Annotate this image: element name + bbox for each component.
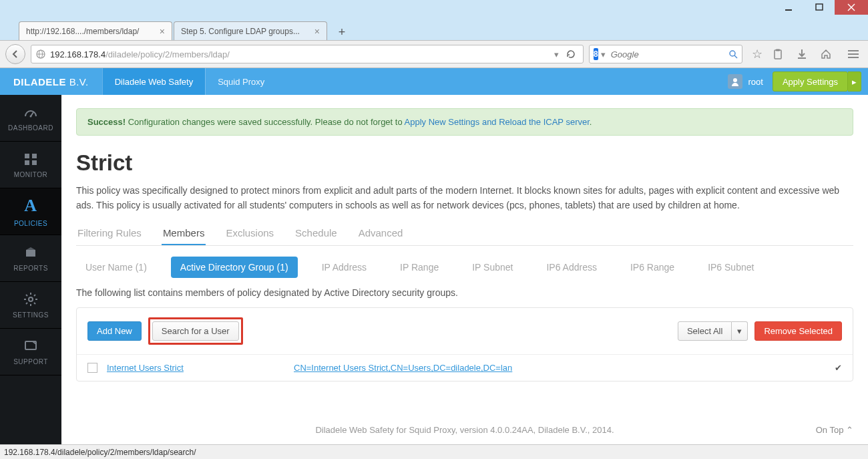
tab-close-icon[interactable]: × bbox=[153, 26, 165, 37]
page-description: This policy was specifically designed to… bbox=[76, 184, 853, 212]
row-name-link[interactable]: Internet Users Strict bbox=[107, 363, 294, 373]
user-name: root bbox=[748, 77, 763, 87]
svg-rect-17 bbox=[25, 160, 29, 165]
avatar-icon bbox=[728, 74, 742, 89]
table-row: Internet Users Strict CN=Internet Users … bbox=[77, 354, 853, 381]
gear-icon bbox=[23, 291, 39, 307]
svg-rect-9 bbox=[775, 50, 781, 59]
highlight-annotation: Search for a User bbox=[148, 317, 243, 345]
close-button[interactable] bbox=[835, 0, 868, 15]
sidebar-item-policies[interactable]: A POLICIES bbox=[0, 188, 61, 235]
check-icon: ✔ bbox=[835, 363, 842, 373]
pill-ip-subnet[interactable]: IP Subnet bbox=[463, 257, 522, 278]
primary-tabs: Filtering Rules Members Exclusions Sched… bbox=[76, 222, 853, 246]
url-text: 192.168.178.4/diladele/policy/2/members/… bbox=[50, 49, 550, 59]
minimize-button[interactable] bbox=[773, 0, 804, 15]
reports-icon bbox=[23, 245, 39, 261]
members-panel: Add New Search for a User Select All ▾ R… bbox=[76, 307, 853, 381]
pill-ad-group[interactable]: Active Directory Group (1) bbox=[171, 257, 298, 278]
globe-icon bbox=[35, 49, 46, 59]
search-input[interactable] bbox=[607, 49, 728, 59]
search-engine-icon: 8 bbox=[594, 48, 598, 60]
sidebar: DASHBOARD MONITOR A POLICIES REPORTS SET… bbox=[0, 95, 61, 459]
search-user-button[interactable]: Search for a User bbox=[152, 321, 239, 341]
sidebar-item-settings[interactable]: SETTINGS bbox=[0, 282, 61, 329]
pill-user-name[interactable]: User Name (1) bbox=[76, 257, 156, 278]
pill-ip-range[interactable]: IP Range bbox=[391, 257, 448, 278]
svg-line-8 bbox=[734, 55, 737, 58]
download-icon[interactable] bbox=[796, 48, 815, 60]
apply-settings-button[interactable]: Apply Settings bbox=[773, 71, 848, 92]
browser-tabstrip: http://192.168..../members/ldap/ × Step … bbox=[0, 19, 868, 40]
add-new-button[interactable]: Add New bbox=[87, 321, 142, 341]
select-all-group: Select All ▾ bbox=[678, 321, 748, 341]
topnav-item-squidproxy[interactable]: Squid Proxy bbox=[205, 68, 276, 95]
browser-tab[interactable]: Step 5. Configure LDAP groups... × bbox=[174, 21, 327, 40]
row-checkbox[interactable] bbox=[87, 363, 97, 373]
url-bar[interactable]: 192.168.178.4/diladele/policy/2/members/… bbox=[31, 45, 584, 63]
new-tab-button[interactable]: + bbox=[333, 24, 351, 40]
svg-rect-16 bbox=[32, 154, 37, 158]
svg-rect-18 bbox=[32, 160, 37, 165]
tab-schedule[interactable]: Schedule bbox=[294, 222, 339, 245]
page-title: Strict bbox=[76, 150, 853, 176]
url-dropdown-icon[interactable]: ▾ bbox=[550, 49, 563, 59]
remove-selected-button[interactable]: Remove Selected bbox=[754, 321, 842, 341]
sidebar-item-monitor[interactable]: MONITOR bbox=[0, 142, 61, 188]
menu-icon[interactable] bbox=[844, 50, 863, 58]
home-icon[interactable] bbox=[820, 48, 839, 60]
secondary-tabs: User Name (1) Active Directory Group (1)… bbox=[76, 257, 853, 278]
panel-toolbar: Add New Search for a User Select All ▾ R… bbox=[77, 308, 853, 354]
select-all-caret[interactable]: ▾ bbox=[732, 321, 748, 341]
svg-rect-15 bbox=[25, 154, 29, 158]
alert-link[interactable]: Apply New Settings and Reload the ICAP s… bbox=[405, 117, 590, 127]
clipboard-icon[interactable] bbox=[772, 48, 791, 60]
row-dn-link[interactable]: CN=Internet Users Strict,CN=Users,DC=dil… bbox=[294, 363, 835, 373]
on-top-link[interactable]: On Top ⌃ bbox=[816, 425, 853, 435]
tab-members[interactable]: Members bbox=[162, 222, 206, 245]
search-dropdown-icon[interactable]: ▾ bbox=[598, 49, 607, 59]
sidebar-item-support[interactable]: SUPPORT bbox=[0, 329, 61, 375]
pill-ip6-subnet[interactable]: IP6 Subnet bbox=[698, 257, 763, 278]
apply-settings-caret[interactable]: ▸ bbox=[848, 71, 861, 92]
tab-exclusions[interactable]: Exclusions bbox=[224, 222, 275, 245]
tab-title: http://192.168..../members/ldap/ bbox=[26, 27, 139, 36]
window-titlebar bbox=[0, 0, 868, 20]
maximize-button[interactable] bbox=[804, 0, 835, 15]
content: Success! Configuration changes were save… bbox=[61, 95, 868, 459]
tab-filtering-rules[interactable]: Filtering Rules bbox=[76, 222, 143, 245]
pill-ip6-range[interactable]: IP6 Range bbox=[621, 257, 684, 278]
browser-toolbar: 192.168.178.4/diladele/policy/2/members/… bbox=[0, 40, 868, 68]
brand[interactable]: DILADELE B.V. bbox=[0, 76, 102, 88]
select-all-button[interactable]: Select All bbox=[678, 321, 732, 341]
search-icon[interactable] bbox=[728, 49, 738, 59]
support-icon bbox=[23, 338, 39, 354]
policies-icon: A bbox=[24, 196, 37, 216]
bookmark-icon[interactable]: ☆ bbox=[748, 47, 767, 61]
sidebar-item-reports[interactable]: REPORTS bbox=[0, 235, 61, 282]
svg-point-7 bbox=[730, 51, 735, 56]
svg-point-20 bbox=[29, 297, 33, 301]
app-topnav: DILADELE B.V. Diladele Web Safety Squid … bbox=[0, 68, 868, 95]
topnav-item-websafety[interactable]: Diladele Web Safety bbox=[102, 68, 206, 95]
tab-advanced[interactable]: Advanced bbox=[357, 222, 405, 245]
sidebar-item-dashboard[interactable]: DASHBOARD bbox=[0, 95, 61, 142]
back-button[interactable] bbox=[5, 44, 25, 64]
success-alert: Success! Configuration changes were save… bbox=[76, 108, 853, 136]
page-footer: Diladele Web Safety for Squid Proxy, ver… bbox=[61, 416, 868, 444]
svg-line-14 bbox=[31, 112, 33, 116]
svg-point-12 bbox=[733, 78, 737, 82]
tab-close-icon[interactable]: × bbox=[308, 26, 320, 37]
browser-tab-active[interactable]: http://192.168..../members/ldap/ × bbox=[19, 21, 172, 40]
pill-ip6-address[interactable]: IP6 Address bbox=[537, 257, 606, 278]
sub-description: The following list contains members of p… bbox=[76, 287, 853, 298]
svg-rect-1 bbox=[816, 4, 823, 10]
pill-ip-address[interactable]: IP Address bbox=[312, 257, 376, 278]
search-bar[interactable]: 8 ▾ bbox=[589, 45, 742, 63]
reload-icon[interactable] bbox=[563, 49, 579, 59]
user-chip[interactable]: root bbox=[718, 74, 772, 89]
svg-rect-19 bbox=[26, 250, 35, 257]
dashboard-icon bbox=[23, 104, 39, 120]
svg-rect-10 bbox=[776, 49, 780, 51]
tab-title: Step 5. Configure LDAP groups... bbox=[181, 27, 300, 36]
